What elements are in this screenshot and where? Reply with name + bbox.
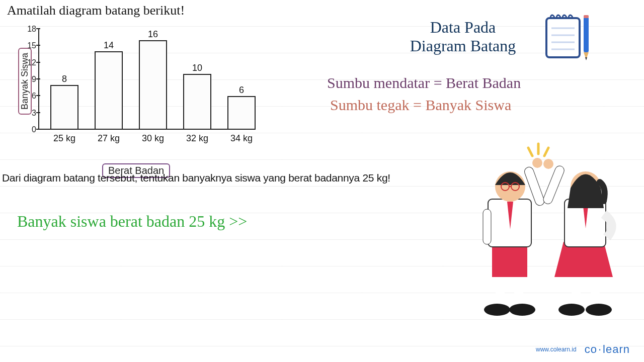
svg-rect-0 [546,18,580,57]
svg-rect-31 [572,277,581,305]
x-category-label: 32 kg [177,133,217,144]
note-horizontal-axis: Sumbu mendatar = Berat Badan [327,74,521,92]
y-tick-label: 6 [23,92,36,101]
brand-part-right: learn [603,343,630,355]
bar [50,85,78,130]
page-title: Data Pada Diagram Batang [382,18,543,55]
svg-point-30 [543,159,553,169]
y-tick-label: 0 [23,125,36,134]
y-tick-label: 9 [23,75,36,84]
bar [227,96,256,130]
question-text: Dari diagram batang tersebut, tentukan b… [2,172,390,184]
bar-value-label: 10 [183,63,211,73]
notepad-pencil-icon [540,11,596,68]
svg-line-10 [528,148,532,156]
x-category-label: 30 kg [133,133,173,144]
y-tick-label: 18 [23,25,36,34]
bar [95,51,123,130]
x-category-label: 34 kg [221,133,262,144]
title-line-2: Diagram Batang [382,37,543,55]
answer-prompt: Banyak siswa berat badan 25 kg >> [17,212,247,231]
svg-rect-5 [584,17,589,52]
svg-point-25 [509,304,535,316]
footer-url: www.colearn.id [536,346,577,353]
svg-point-34 [586,304,612,316]
bar-value-label: 14 [95,40,123,51]
footer: www.colearn.id co·learn [536,343,630,356]
brand-part-left: co [585,343,597,355]
y-tick-label: 15 [23,41,36,50]
bar [139,40,167,130]
bar-value-label: 8 [50,74,78,84]
bar-chart: Banyak Siswa 0 3 6 9 12 15 18 8 [14,29,256,150]
svg-point-24 [484,304,510,316]
title-line-1: Data Pada [382,18,543,37]
svg-line-11 [544,148,548,156]
y-tick-label: 12 [23,58,36,67]
svg-point-33 [558,304,585,316]
svg-point-20 [532,158,542,168]
x-category-label: 27 kg [89,133,129,144]
y-tick-label: 3 [23,109,36,118]
brand-logo: co·learn [585,343,630,356]
bar-value-label: 16 [139,29,167,40]
students-highfive-illustration [468,139,624,332]
svg-rect-29 [542,164,566,205]
bar-value-label: 6 [227,85,256,96]
svg-marker-7 [585,57,587,60]
svg-rect-21 [483,209,491,244]
svg-rect-22 [496,277,505,305]
instruction-text: Amatilah diagram batang berikut! [7,3,185,18]
note-vertical-axis: Sumbu tegak = Banyak Siswa [330,97,511,114]
x-category-label: 25 kg [44,133,85,144]
svg-rect-8 [584,15,589,18]
bar [183,74,211,130]
svg-rect-32 [591,277,600,305]
svg-rect-23 [514,277,523,305]
brand-dot: · [597,343,603,355]
